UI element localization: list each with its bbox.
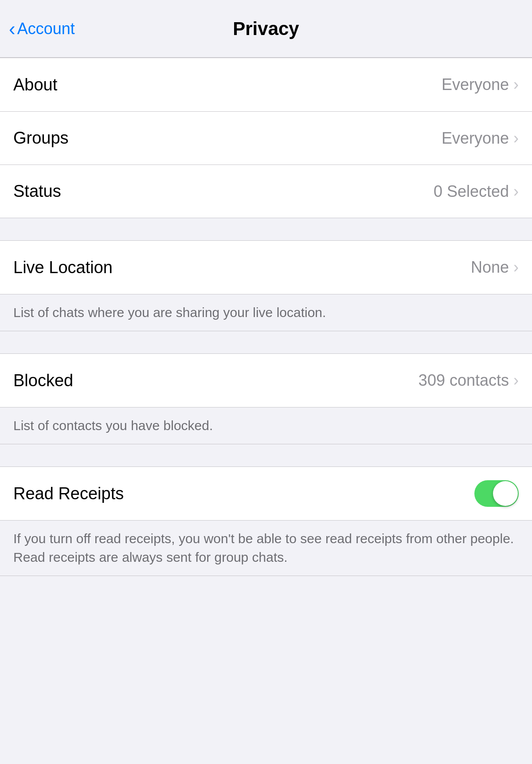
blocked-row-right: 309 contacts › xyxy=(419,371,519,390)
live-location-description: List of chats where you are sharing your… xyxy=(0,294,532,331)
groups-chevron-icon: › xyxy=(513,129,519,148)
blocked-value: 309 contacts xyxy=(419,371,509,390)
privacy-section-2: Live Location None › List of chats where… xyxy=(0,240,532,331)
read-receipts-toggle[interactable] xyxy=(474,480,519,507)
read-receipts-row: Read Receipts xyxy=(0,467,532,520)
about-row[interactable]: About Everyone › xyxy=(0,58,532,111)
chevron-left-icon: ‹ xyxy=(9,19,16,39)
read-receipts-desc-text: If you turn off read receipts, you won't… xyxy=(13,531,514,564)
status-value: 0 Selected xyxy=(434,182,509,201)
about-label: About xyxy=(13,75,57,94)
read-receipts-label: Read Receipts xyxy=(13,484,124,503)
groups-value: Everyone xyxy=(442,129,509,148)
live-location-row-right: None › xyxy=(471,258,519,277)
about-value: Everyone xyxy=(442,75,509,94)
back-label: Account xyxy=(17,20,75,38)
status-row[interactable]: Status 0 Selected › xyxy=(0,165,532,218)
groups-row-right: Everyone › xyxy=(442,129,519,148)
live-location-row[interactable]: Live Location None › xyxy=(0,241,532,294)
groups-row[interactable]: Groups Everyone › xyxy=(0,111,532,165)
live-location-desc-text: List of chats where you are sharing your… xyxy=(13,305,326,320)
toggle-knob xyxy=(493,481,518,506)
live-location-value: None xyxy=(471,258,509,277)
status-row-right: 0 Selected › xyxy=(434,182,519,201)
read-receipts-description: If you turn off read receipts, you won't… xyxy=(0,520,532,576)
about-chevron-icon: › xyxy=(513,75,519,94)
privacy-section-4: Read Receipts If you turn off read recei… xyxy=(0,466,532,576)
groups-label: Groups xyxy=(13,129,69,148)
status-chevron-icon: › xyxy=(513,182,519,201)
blocked-label: Blocked xyxy=(13,371,73,390)
privacy-section-1: About Everyone › Groups Everyone › Statu… xyxy=(0,58,532,218)
section-gap-2 xyxy=(0,331,532,353)
blocked-row[interactable]: Blocked 309 contacts › xyxy=(0,354,532,407)
page-title: Privacy xyxy=(233,18,299,39)
live-location-chevron-icon: › xyxy=(513,258,519,277)
blocked-description: List of contacts you have blocked. xyxy=(0,407,532,444)
privacy-section-3: Blocked 309 contacts › List of contacts … xyxy=(0,353,532,444)
about-row-right: Everyone › xyxy=(442,75,519,94)
live-location-label: Live Location xyxy=(13,258,113,277)
section-gap-3 xyxy=(0,444,532,466)
blocked-desc-text: List of contacts you have blocked. xyxy=(13,418,213,433)
nav-bar: ‹ Account Privacy xyxy=(0,0,532,58)
back-button[interactable]: ‹ Account xyxy=(9,19,75,39)
status-label: Status xyxy=(13,182,61,201)
blocked-chevron-icon: › xyxy=(513,371,519,390)
section-gap-1 xyxy=(0,218,532,240)
